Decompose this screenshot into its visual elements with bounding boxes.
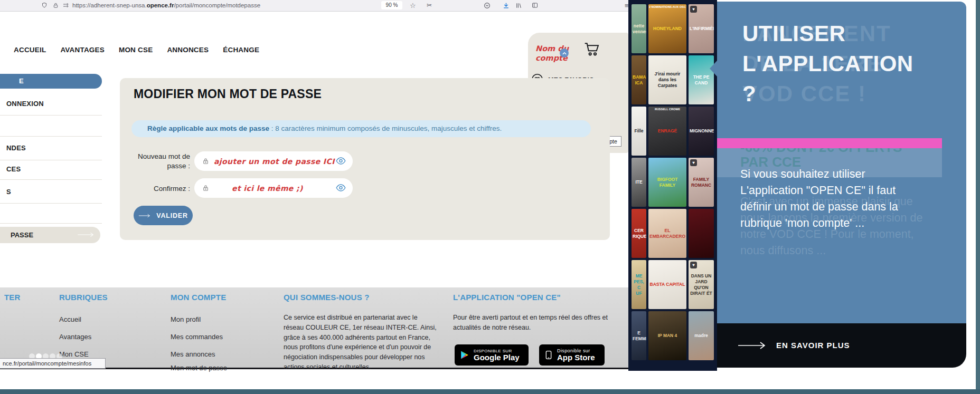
footer-moncompte-heading: MON COMPTE [171,293,226,302]
permissions-icon[interactable] [62,1,69,10]
movie-poster[interactable]: BAMAKO ICA [632,55,646,104]
site-footer: TER RUBRIQUES Accueil Avantages Mon CSE … [0,287,632,369]
confirm-password-input[interactable]: et ici le même ;) [194,178,353,198]
lock-icon[interactable] [53,1,59,10]
poster-title: madre [690,333,713,339]
wishlist-heart-icon[interactable]: ♥ [690,159,697,166]
main-navigation: ACCUEIL AVANTAGES MON CSE ANNONCES ÉCHAN… [14,46,259,54]
annotation-new-password: ajouter un mot de passe ICI [214,157,335,166]
poster-title: BIGFOOT FAMILY [649,176,685,188]
poster-row: BAMAKO ICAJ'irai mourir dans les Carpate… [632,55,714,104]
sidebar-toggle-icon[interactable] [531,1,539,10]
poster-title: BASTA CAPITAL [649,282,685,287]
library-icon[interactable] [515,1,522,10]
en-savoir-plus-button[interactable]: EN SAVOIR PLUS [717,323,966,368]
nav-item-echange[interactable]: ÉCHANGE [223,46,259,54]
movie-poster[interactable]: 2 NOMINATIONS AUX OSCARSHONEYLAND [648,4,686,53]
footer-link-mot-de-passe[interactable]: Mon mot de passe [171,364,227,372]
movie-poster[interactable]: J'irai mourir dans les Carpates [648,55,686,104]
sidebar-item-commandes[interactable]: NDES [6,144,26,152]
url-bar[interactable]: https://adherent-snep-unsa.opence.fr/por… [72,2,260,8]
chevron-up-icon[interactable] [560,49,569,57]
movie-poster[interactable]: madre [689,311,714,360]
cart-icon[interactable] [582,41,601,60]
movie-poster[interactable]: BIGFOOT FAMILY [648,158,686,207]
lock-icon [202,184,210,193]
status-bar-link-preview: nce.fr/portail/moncompte/mesinfos [0,358,106,369]
sidebar-active-item[interactable]: E [0,74,102,89]
app-store-badge[interactable]: Disponible surApp Store [539,344,605,366]
poster-title: Fille [633,128,645,134]
screenshot-scissors-icon[interactable]: ✂ [427,1,432,10]
footer-link-mes-annonces[interactable]: Mes annonces [171,350,215,358]
movie-poster[interactable]: FAMILY ROMANC♥ [689,158,714,207]
password-form-card: MODIFIER MON MOT DE PASSE Règle applicab… [120,78,610,240]
promo-ghost-body-text: C'est avec un immense plaisir que nous l… [740,194,922,259]
divider [0,203,102,204]
nav-item-annonces[interactable]: ANNONCES [167,46,209,54]
movie-poster[interactable]: MIGNONNES [689,107,714,156]
badge-bottom-text: App Store [557,353,595,362]
apple-icon [544,350,553,360]
movie-poster[interactable]: L'INFIRMIÈRE♥ [689,4,714,53]
sidebar-item-mot-de-passe[interactable]: PASSE [0,227,100,243]
divider [0,179,102,180]
shield-icon[interactable] [41,1,48,10]
sidebar-item-partial[interactable]: S [6,188,11,196]
footer-link-mon-profil[interactable]: Mon profil [171,315,201,323]
movie-poster[interactable] [689,209,714,258]
lock-icon [202,157,210,166]
show-password-eye-icon[interactable] [335,182,346,193]
page-title: MODIFIER MON MOT DE PASSE [134,87,322,101]
nav-item-avantages[interactable]: AVANTAGES [60,46,105,54]
movie-poster[interactable]: IP MAN 4 [648,311,686,360]
poster-title: MIGNONNES [690,128,713,134]
movie-poster[interactable]: DANS UN JARD QU'ON DIRAIT ÉT♥ [689,260,714,309]
google-play-icon [460,350,469,360]
divider [0,223,102,224]
poster-row: CER RIQUEEL EMBARCADERO [632,209,714,258]
download-icon[interactable] [503,1,510,10]
google-play-badge[interactable]: DISPONIBLE SURGoogle Play [455,344,529,366]
footer-partial-heading: TER [4,293,21,302]
movie-poster[interactable]: Fille [632,107,646,156]
poster-title: CER RIQUE [633,227,645,239]
sidebar-item-annonces[interactable]: CES [6,165,21,173]
nav-item-accueil[interactable]: ACCUEIL [14,46,46,54]
show-password-eye-icon[interactable] [335,156,346,166]
footer-link-accueil[interactable]: Accueil [59,315,81,323]
footer-app-text: Pour être averti partout et en temps rée… [453,313,611,333]
wishlist-heart-icon[interactable]: ♥ [690,6,697,13]
divider [0,136,102,137]
movie-poster[interactable]: ITE [632,158,646,207]
badge-bottom-text: Google Play [474,353,520,362]
movie-poster[interactable]: BASTA CAPITAL [648,260,686,309]
valider-button[interactable]: VALIDER [134,206,193,225]
movie-poster[interactable]: E FEMME [632,311,646,360]
wishlist-heart-icon[interactable]: ♥ [690,262,697,268]
sidebar-item-connexion[interactable]: ONNEXION [6,100,44,108]
pocket-icon[interactable] [484,1,491,10]
footer-about-heading: QUI SOMMES-NOUS ? [284,293,370,302]
footer-link-avantages[interactable]: Avantages [59,333,91,341]
vod-posters-column: nette vennes2 NOMINATIONS AUX OSCARSHONE… [628,0,717,371]
pink-highlight-bar [717,138,942,148]
bookmark-star-icon[interactable]: ☆ [410,1,416,10]
movie-poster[interactable]: RUSSELL CROWEENRAGÉ [648,107,686,156]
movie-poster[interactable]: CER RIQUE [632,209,646,258]
confirm-password-label: Confirmez : [121,184,190,194]
poster-title: FAMILY ROMANC [690,176,713,188]
arrow-right-icon [737,341,768,350]
page-zoom-indicator[interactable]: 90 % [381,1,402,9]
new-password-input[interactable]: ajouter un mot de passe ICI [194,151,353,171]
footer-link-mes-commandes[interactable]: Mes commandes [171,333,223,341]
poster-title: DANS UN JARD QU'ON DIRAIT ÉT [690,273,713,296]
movie-poster[interactable]: ME PES, C UF [632,260,646,309]
movie-poster[interactable]: nette vennes [632,4,646,53]
poster-row: ITEBIGFOOT FAMILYFAMILY ROMANC♥ [632,158,714,207]
movie-poster[interactable]: EL EMBARCADERO [648,209,686,258]
poster-row: ME PES, C UFBASTA CAPITALDANS UN JARD QU… [632,260,714,309]
poster-title: BAMAKO ICA [633,74,645,85]
footer-link-mon-cse[interactable]: Mon CSE [59,350,89,358]
nav-item-mon-cse[interactable]: MON CSE [119,46,153,54]
